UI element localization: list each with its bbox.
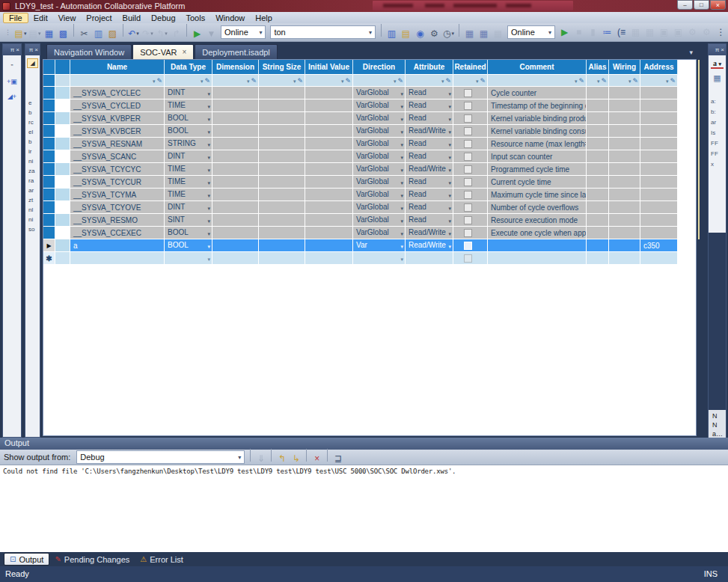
dimension-cell[interactable] — [212, 112, 259, 125]
direction-cell[interactable]: Var▾ — [353, 239, 406, 252]
comment-cell[interactable]: Cycle counter — [488, 87, 587, 99]
name-cell[interactable]: __SYSVA_TCYOVE — [70, 201, 165, 214]
row-margin-cell[interactable] — [55, 163, 70, 176]
filter-cell[interactable]: ▾✎ — [353, 75, 406, 87]
maximize-button[interactable]: □ — [694, 0, 709, 10]
debug-tool-5-icon[interactable]: ⚙ — [686, 25, 699, 40]
save-all-button-icon[interactable]: ▩ — [57, 26, 70, 40]
wiring-cell[interactable] — [609, 176, 640, 189]
next-message-button-icon[interactable]: ↳ — [290, 451, 302, 465]
row-margin-cell[interactable] — [55, 87, 70, 99]
alias-cell[interactable] — [587, 138, 609, 150]
wiring-cell[interactable] — [609, 112, 640, 125]
initial-value-cell[interactable] — [305, 150, 353, 163]
data-type-cell[interactable]: BOOL▾ — [165, 227, 212, 239]
attribute-cell[interactable]: Read▾ — [406, 189, 453, 201]
filter-edit-icon[interactable]: ✎ — [156, 77, 162, 85]
wiring-cell[interactable] — [609, 125, 640, 138]
attribute-cell[interactable]: Read/Write▾ — [406, 239, 453, 252]
rebuild-button-icon[interactable]: ▦ — [477, 26, 490, 40]
menu-file[interactable]: File — [3, 13, 28, 23]
string-size-cell[interactable] — [259, 239, 305, 252]
filter-edit-icon[interactable]: ✎ — [345, 77, 351, 85]
alias-cell[interactable] — [587, 163, 609, 176]
comment-cell[interactable]: Number of cycle overflows — [488, 201, 587, 214]
initial-value-cell[interactable] — [305, 99, 353, 112]
pin-icon[interactable]: π — [29, 46, 34, 53]
wiring-cell[interactable] — [609, 252, 640, 265]
alias-cell[interactable] — [587, 201, 609, 214]
filter-cell[interactable]: ▾✎ — [640, 75, 678, 87]
comment-cell[interactable] — [488, 239, 587, 252]
row-indicator[interactable] — [43, 201, 55, 214]
address-cell[interactable] — [640, 227, 678, 239]
retained-cell[interactable] — [453, 252, 488, 265]
wiring-cell[interactable] — [609, 99, 640, 112]
dimension-cell[interactable] — [212, 214, 259, 227]
name-cell[interactable]: __SYSVA_RESNAM — [70, 138, 165, 150]
dimension-cell[interactable] — [212, 99, 259, 112]
filter-dropdown-icon[interactable]: ▾ — [476, 79, 479, 84]
filter-edit-icon[interactable]: ✎ — [632, 77, 638, 85]
filter-cell[interactable]: ▾✎ — [406, 75, 453, 87]
string-size-cell[interactable] — [259, 227, 305, 239]
filter-cell[interactable]: ▾✎ — [305, 75, 353, 87]
string-size-cell[interactable] — [259, 150, 305, 163]
dimension-cell[interactable] — [212, 201, 259, 214]
menu-view[interactable]: View — [53, 13, 82, 23]
retained-checkbox[interactable] — [464, 254, 472, 263]
property-grid-icon[interactable]: ▦ — [712, 73, 722, 83]
attribute-cell[interactable]: Read▾ — [406, 214, 453, 227]
data-type-cell[interactable]: BOOL▾ — [165, 239, 212, 252]
row-margin-cell[interactable] — [55, 201, 70, 214]
panel-tool-icon[interactable]: +▣ — [3, 78, 21, 85]
retained-checkbox[interactable] — [464, 102, 472, 110]
dimension-cell[interactable] — [212, 87, 259, 99]
row-indicator[interactable] — [43, 176, 55, 189]
name-cell[interactable]: __SYSVA_RESMO — [70, 214, 165, 227]
device-binding-button-icon[interactable]: ▥ — [385, 26, 398, 40]
wiring-cell[interactable] — [609, 189, 640, 201]
comment-cell[interactable]: Maximum cycle time since last st — [488, 189, 587, 201]
filter-edit-icon[interactable]: ✎ — [480, 77, 486, 85]
filter-cell[interactable]: ▾✎ — [587, 75, 609, 87]
row-indicator[interactable] — [43, 214, 55, 227]
address-cell[interactable] — [640, 99, 678, 112]
row-margin-cell[interactable] — [55, 112, 70, 125]
initial-value-cell[interactable] — [305, 201, 353, 214]
filter-cell[interactable]: ▾✎ — [609, 75, 640, 87]
row-margin-cell[interactable] — [55, 239, 70, 252]
comment-cell[interactable]: Timestamp of the beginning of t — [488, 99, 587, 112]
string-size-cell[interactable] — [259, 125, 305, 138]
filter-edit-icon[interactable]: ✎ — [670, 77, 676, 85]
attribute-cell[interactable] — [406, 252, 453, 265]
filter-dropdown-icon[interactable]: ▾ — [441, 79, 444, 84]
cut-button-icon[interactable]: ✂ — [78, 26, 91, 40]
data-type-cell[interactable]: TIME▾ — [165, 189, 212, 201]
comment-cell[interactable] — [488, 252, 587, 265]
name-cell[interactable]: __SYSVA_CYCLEC — [70, 87, 165, 99]
filter-dropdown-icon[interactable]: ▾ — [341, 79, 344, 84]
row-indicator[interactable] — [43, 150, 55, 163]
string-size-cell[interactable] — [259, 99, 305, 112]
direction-cell[interactable]: VarGlobal▾ — [353, 87, 406, 99]
retained-cell[interactable] — [453, 201, 488, 214]
address-cell[interactable] — [640, 252, 678, 265]
data-type-cell[interactable]: SINT▾ — [165, 214, 212, 227]
name-cell[interactable]: __SYSVA_TCYCYC — [70, 163, 165, 176]
clear-all-button-icon[interactable]: × — [311, 451, 323, 465]
address-cell[interactable] — [640, 189, 678, 201]
column-header[interactable]: String Size — [259, 60, 305, 75]
column-header[interactable]: Comment — [488, 60, 587, 75]
data-type-cell[interactable]: ▾ — [165, 252, 212, 265]
comment-cell[interactable]: Resource name (max length=25 — [488, 138, 587, 150]
name-cell[interactable]: __SYSVA_TCYCUR — [70, 176, 165, 189]
dimension-cell[interactable] — [212, 189, 259, 201]
alias-cell[interactable] — [587, 239, 609, 252]
string-size-cell[interactable] — [259, 138, 305, 150]
string-size-cell[interactable] — [259, 214, 305, 227]
filter-edit-icon[interactable]: ✎ — [578, 77, 584, 85]
retained-cell[interactable] — [453, 125, 488, 138]
row-indicator[interactable] — [43, 87, 55, 99]
retained-cell[interactable] — [453, 87, 488, 99]
